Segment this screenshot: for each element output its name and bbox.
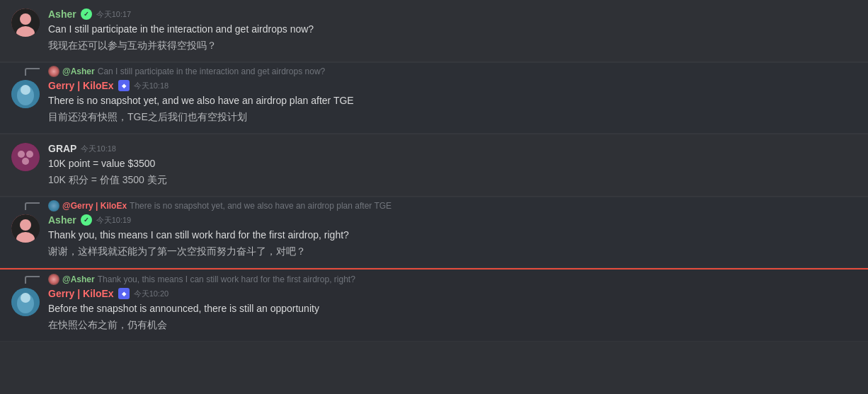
message-text-cn: 我现在还可以参与互动并获得空投吗？ [48,38,857,53]
message-text-en: 10K point = value $3500 [48,156,857,171]
avatar [11,80,40,108]
reply-content-4: @Gerry | KiloEx There is no snapshot yet… [48,200,392,212]
reply-curve-icon [24,67,40,76]
message-header-3: GRAP 今天10:18 [48,143,857,154]
message-content-1: Asher ✓ 今天10:17 Can I still participate … [48,8,857,53]
message-text-en: There is no snapshot yet, and we also ha… [48,93,857,108]
message-group-5-wrapper: @Asher Thank you, this means I can still… [0,268,868,342]
message-group-3: GRAP 今天10:18 10K point = value $3500 10K… [0,134,868,197]
username: Asher [48,8,76,20]
message-content-5: Gerry | KiloEx ◆ 今天10:20 Before the snap… [48,288,857,332]
timestamp: 今天10:20 [134,289,169,299]
message-text-cn: 10K 积分 = 价值 3500 美元 [48,173,857,187]
reply-author: @Asher [62,66,95,76]
avatar [11,143,40,171]
kiloex-badge-icon: ◆ [118,80,130,91]
reply-curve-icon [24,275,40,284]
reply-text: Can I still participate in the interacti… [98,66,326,76]
avatar [11,214,40,243]
message-text-en: Thank you, this means I can still work h… [48,228,857,243]
verified-badge-icon: ✓ [81,214,92,226]
message-text-cn: 谢谢，这样我就还能为了第一次空投而努力奋斗了，对吧？ [48,244,857,259]
message-group-5: Gerry | KiloEx ◆ 今天10:20 Before the snap… [0,285,868,342]
reply-content-5: @Asher Thank you, this means I can still… [48,274,355,285]
reply-curve-icon [24,202,40,210]
timestamp: 今天10:17 [96,9,132,20]
message-text-en: Can I still participate in the interacti… [48,22,857,37]
message-header-4: Asher ✓ 今天10:19 [48,214,857,226]
reply-avatar-icon [48,274,59,285]
message-text-cn: 在快照公布之前，仍有机会 [48,318,857,332]
message-group-2: Gerry | KiloEx ◆ 今天10:18 There is no sna… [0,77,868,134]
chat-container: Asher ✓ 今天10:17 Can I still participate … [0,0,868,342]
timestamp: 今天10:18 [81,144,116,154]
message-group-1: Asher ✓ 今天10:17 Can I still participate … [0,0,868,62]
message-text-cn: 目前还没有快照，TGE之后我们也有空投计划 [48,110,857,124]
message-group-2-wrapper: @Asher Can I still participate in the in… [0,62,868,134]
username: Gerry | KiloEx [48,288,114,299]
username: Gerry | KiloEx [48,80,114,91]
reply-bar-2: @Asher Can I still participate in the in… [0,63,868,77]
avatar [11,8,40,37]
reply-avatar-icon [48,200,59,212]
message-content-2: Gerry | KiloEx ◆ 今天10:18 There is no sna… [48,80,857,124]
reply-bar-5: @Asher Thank you, this means I can still… [0,270,868,285]
reply-text: Thank you, this means I can still work h… [98,274,355,284]
reply-text: There is no snapshot yet, and we also ha… [130,201,392,211]
timestamp: 今天10:19 [96,215,132,226]
username: GRAP [48,143,76,154]
message-content-4: Asher ✓ 今天10:19 Thank you, this means I … [48,214,857,259]
reply-bar-4: @Gerry | KiloEx There is no snapshot yet… [0,197,868,212]
verified-badge-icon: ✓ [81,8,92,20]
reply-avatar-icon [48,66,59,77]
avatar [11,288,40,316]
kiloex-badge-icon: ◆ [118,288,130,299]
message-content-3: GRAP 今天10:18 10K point = value $3500 10K… [48,143,857,187]
message-group-4-wrapper: @Gerry | KiloEx There is no snapshot yet… [0,197,868,268]
reply-content-2: @Asher Can I still participate in the in… [48,66,325,77]
message-header-2: Gerry | KiloEx ◆ 今天10:18 [48,80,857,91]
message-text-en: Before the snapshot is announced, there … [48,301,857,316]
timestamp: 今天10:18 [134,81,169,91]
message-header-1: Asher ✓ 今天10:17 [48,8,857,20]
message-group-4: Asher ✓ 今天10:19 Thank you, this means I … [0,212,868,268]
reply-author: @Asher [62,274,95,284]
reply-author: @Gerry | KiloEx [62,201,127,211]
message-header-5: Gerry | KiloEx ◆ 今天10:20 [48,288,857,299]
username: Asher [48,214,76,226]
